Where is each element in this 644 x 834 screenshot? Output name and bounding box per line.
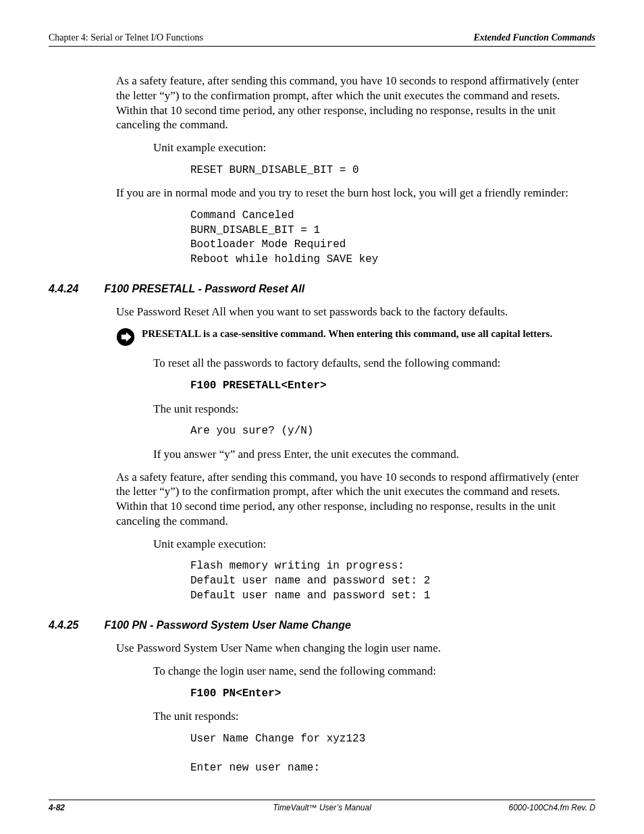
code-block: Are you sure? (y/N) [190,424,589,439]
paragraph: Use Password Reset All when you want to … [116,305,589,319]
section-body: Use Password Reset All when you want to … [116,305,589,603]
paragraph: Unit example execution: [153,140,589,155]
section-title: F100 PRESETALL - Password Reset All [104,283,304,295]
body: As a safety feature, after sending this … [116,74,589,267]
paragraph: Use Password System User Name when chang… [116,641,589,656]
paragraph: The unit responds: [153,402,589,417]
paragraph: To reset all the passwords to factory de… [153,356,589,371]
paragraph: To change the login user name, send the … [153,664,589,679]
paragraph: As a safety feature, after sending this … [116,470,589,529]
code-block: F100 PRESETALL<Enter> [190,379,589,394]
code-block: RESET BURN_DISABLE_BIT = 0 [190,163,589,178]
note: PRESETALL is a case-sensitive command. W… [116,328,589,346]
arrow-right-circle-icon [116,328,135,346]
page: Chapter 4: Serial or Telnet I/O Function… [0,0,644,834]
paragraph: As a safety feature, after sending this … [116,74,589,132]
header-left: Chapter 4: Serial or Telnet I/O Function… [49,32,203,43]
page-header: Chapter 4: Serial or Telnet I/O Function… [49,32,595,47]
paragraph: If you answer “y” and press Enter, the u… [153,447,589,462]
code-block: User Name Change for xyz123 Enter new us… [190,732,589,776]
paragraph: Unit example execution: [153,537,589,552]
paragraph: The unit responds: [153,709,589,724]
paragraph: If you are in normal mode and you try to… [116,186,589,201]
note-text: PRESETALL is a case-sensitive command. W… [142,328,552,341]
section-heading-4-4-24: 4.4.24 F100 PRESETALL - Password Reset A… [49,283,595,295]
footer-title: TimeVault™ User’s Manual [49,803,595,812]
code-block: F100 PN<Enter> [190,687,589,702]
section-number: 4.4.24 [49,283,78,295]
page-footer: 4-82 TimeVault™ User’s Manual 6000-100Ch… [49,800,595,812]
header-right: Extended Function Commands [474,32,595,43]
section-body: Use Password System User Name when chang… [116,641,589,776]
code-block: Flash memory writing in progress: Defaul… [190,559,589,603]
section-number: 4.4.25 [49,619,78,631]
section-heading-4-4-25: 4.4.25 F100 PN - Password System User Na… [49,619,595,631]
section-title: F100 PN - Password System User Name Chan… [104,619,350,631]
code-block: Command Canceled BURN_DISABLE_BIT = 1 Bo… [190,209,589,267]
